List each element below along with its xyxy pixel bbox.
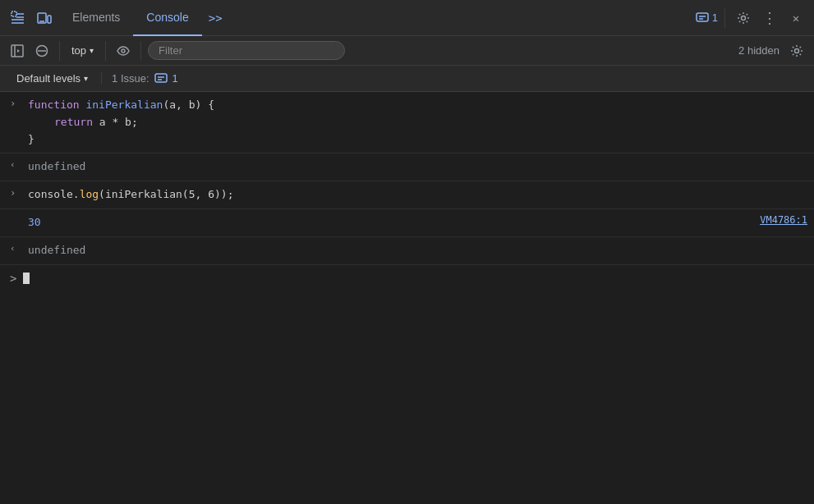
entry-arrow-output-1: ‹ <box>10 158 21 170</box>
console-toolbar-divider3 <box>140 41 141 61</box>
default-levels-button[interactable]: Default levels ▾ <box>10 69 94 88</box>
tab-bar: Elements Console >> <box>59 0 692 36</box>
close-icon[interactable]: ✕ <box>784 7 807 30</box>
svg-rect-6 <box>48 16 51 23</box>
entry-arrow-input: › <box>10 97 21 109</box>
issue-section: 1 Issue: 1 <box>101 72 178 85</box>
settings-icon[interactable] <box>732 7 755 30</box>
device-mode-icon[interactable] <box>33 7 56 30</box>
entry-content-30: 30 <box>28 214 747 231</box>
toolbar-divider <box>724 8 725 28</box>
svg-point-18 <box>795 48 799 53</box>
console-toolbar-divider2 <box>105 41 106 61</box>
tab-console[interactable]: Console <box>133 0 201 36</box>
inspect-element-icon[interactable] <box>7 7 30 30</box>
entry-content-undefined-2: undefined <box>28 242 807 259</box>
code-line-3: } <box>28 131 807 149</box>
console-entry-result-30: › 30 VM4786:1 <box>0 209 814 237</box>
console-entry-log-call: › console.log(iniPerkalian(5, 6)); <box>0 181 814 209</box>
svg-point-17 <box>122 49 125 53</box>
message-badge[interactable]: 1 <box>696 11 718 24</box>
tab-elements[interactable]: Elements <box>59 0 133 36</box>
dropdown-arrow-icon: ▾ <box>90 46 94 55</box>
context-selector[interactable]: top ▾ <box>67 43 99 58</box>
console-settings-icon[interactable] <box>786 40 807 62</box>
input-prompt-icon: > <box>10 272 16 285</box>
entry-arrow-output-2: ‹ <box>10 242 21 254</box>
svg-rect-8 <box>697 13 708 21</box>
levels-dropdown-icon: ▾ <box>84 74 88 83</box>
sidebar-toggle-icon[interactable] <box>7 40 28 62</box>
console-entry-function-def: › function iniPerkalian (a, b) { return … <box>0 92 814 153</box>
console-output: › function iniPerkalian (a, b) { return … <box>0 92 814 504</box>
source-link-vm4786[interactable]: VM4786:1 <box>747 214 807 226</box>
entry-content-undefined-1: undefined <box>28 158 807 176</box>
devtools-toolbar: Elements Console >> 1 ⋮ ✕ <box>0 0 814 36</box>
console-toolbar: top ▾ 2 hidden <box>0 36 814 66</box>
filter-input[interactable] <box>148 41 345 60</box>
more-options-icon[interactable]: ⋮ <box>758 7 781 30</box>
input-cursor <box>23 273 30 284</box>
svg-rect-19 <box>155 74 167 82</box>
code-line-2: return a * b; <box>28 114 807 131</box>
levels-toolbar: Default levels ▾ 1 Issue: 1 <box>0 66 814 92</box>
entry-arrow-input-2: › <box>10 186 21 199</box>
console-entry-undefined-2: ‹ undefined <box>0 237 814 265</box>
clear-console-icon[interactable] <box>31 40 53 62</box>
code-block-function: function iniPerkalian (a, b) { return a … <box>28 97 807 148</box>
entry-content-log: console.log(iniPerkalian(5, 6)); <box>28 186 807 204</box>
svg-rect-0 <box>11 11 16 16</box>
console-entry-undefined-1: ‹ undefined <box>0 153 814 181</box>
code-line-1: function iniPerkalian (a, b) { <box>28 97 807 114</box>
toolbar-right: 1 ⋮ ✕ <box>696 7 807 30</box>
more-tabs-button[interactable]: >> <box>202 0 229 36</box>
main-content: top ▾ 2 hidden Default levels ▾ <box>0 36 814 504</box>
console-input-line[interactable]: > <box>0 265 814 291</box>
console-toolbar-divider <box>59 41 60 61</box>
svg-point-11 <box>742 16 746 20</box>
eye-icon[interactable] <box>113 40 134 62</box>
svg-marker-14 <box>17 49 20 53</box>
hidden-count: 2 hidden <box>738 40 807 62</box>
